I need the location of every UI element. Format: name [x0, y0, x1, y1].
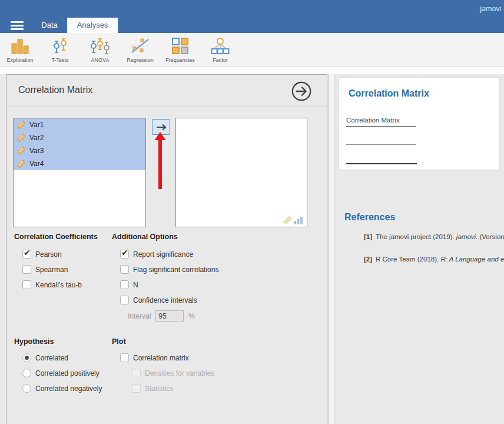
checkbox-pearson[interactable]: ✔ Pearson: [22, 250, 62, 259]
ruler-hint-icon: [283, 216, 292, 224]
option-label: Confidence intervals: [133, 296, 197, 304]
checkbox-statistics: ✔ Statistics: [132, 384, 173, 393]
checkbox-densities-for-variables: ✔ Densities for variables: [132, 369, 214, 377]
target-variables-list[interactable]: [175, 118, 307, 227]
continuous-variable-ruler-icon: [16, 146, 26, 155]
checkbox-box: ✔: [22, 250, 31, 259]
analyses-ribbon: Exploration T-Tests: [0, 33, 504, 67]
red-annotation-arrow: [154, 132, 166, 190]
option-label: Statistics: [145, 385, 173, 393]
table-rule-top: [346, 126, 416, 127]
t-test-icon: [50, 36, 70, 55]
ribbon-item-anova[interactable]: ANOVA: [80, 33, 120, 66]
reference-text: R Core Team (2018).: [376, 256, 440, 263]
variable-label: Var2: [29, 134, 44, 142]
table-rule-bottom: [346, 163, 417, 164]
checkbox-n[interactable]: ✔ N: [120, 280, 138, 289]
option-label: Correlated: [35, 354, 68, 362]
interval-label: Interval: [128, 312, 151, 320]
ribbon-item-frequencies[interactable]: Frequencies: [160, 33, 200, 66]
list-item[interactable]: Var4: [14, 157, 145, 170]
checkbox-box: ✔: [120, 265, 129, 274]
list-item[interactable]: Var1: [14, 118, 145, 131]
option-label: Flag significant correlations: [133, 266, 218, 274]
checkbox-box: ✔: [120, 250, 129, 259]
option-label: Pearson: [35, 250, 62, 259]
radio-correlated-positively[interactable]: Correlated positively: [22, 369, 100, 377]
ribbon-item-exploration[interactable]: Exploration: [0, 33, 40, 66]
checkbox-box: ✔: [132, 384, 141, 393]
checkbox-correlation-matrix-plot[interactable]: ✔ Correlation matrix: [120, 353, 189, 362]
mini-bars-hint-icon: [294, 216, 303, 224]
option-label: Correlated negatively: [35, 385, 102, 393]
list-item[interactable]: Var2: [14, 131, 145, 144]
ribbon-gap: [0, 67, 504, 74]
ribbon-item-t-tests[interactable]: T-Tests: [40, 33, 80, 66]
ribbon-label: Frequencies: [165, 57, 195, 63]
checkbox-flag-significant-correlations[interactable]: ✔ Flag significant correlations: [120, 265, 218, 274]
checkbox-confidence-intervals[interactable]: ✔ Confidence intervals: [120, 296, 197, 304]
bar-chart-icon: [10, 36, 30, 55]
tab-analyses[interactable]: Analyses: [67, 18, 118, 33]
reference-text-italic: R: A Language and envi: [440, 256, 504, 263]
reference-item: [2]R Core Team (2018). R: A Language and…: [364, 256, 504, 263]
checkbox-kendalls-tau-b[interactable]: ✔ Kendall's tau-b: [22, 280, 82, 289]
results-heading: Correlation Matrix: [349, 88, 429, 99]
jamovi-window: jamovi - Data Analyses Exploration: [0, 0, 504, 424]
reference-text: (Version 1: [478, 233, 504, 240]
radio-correlated[interactable]: Correlated: [22, 353, 68, 362]
continuous-variable-ruler-icon: [16, 120, 26, 130]
radio-circle: [22, 353, 31, 362]
right-arrow-icon: [155, 122, 168, 132]
radio-circle: [22, 369, 31, 377]
ribbon-item-factor[interactable]: Factor: [200, 33, 240, 66]
section-heading-hypothesis: Hypothesis: [14, 337, 54, 346]
window-title: jamovi -: [480, 5, 504, 13]
variable-label: Var1: [29, 121, 44, 129]
tab-bar: Data Analyses: [0, 18, 504, 33]
analysis-options-panel: Correlation Matrix: [6, 74, 327, 424]
source-variables-list[interactable]: Var1 Var2: [13, 118, 146, 227]
option-label: Kendall's tau-b: [35, 281, 82, 289]
reference-number: [1]: [364, 233, 372, 240]
checkbox-spearman[interactable]: ✔ Spearman: [22, 265, 68, 274]
factor-icon: [210, 36, 230, 55]
option-label: Correlated positively: [35, 369, 100, 377]
checkbox-box: ✔: [120, 296, 129, 304]
radio-circle: [22, 384, 31, 393]
option-label: Spearman: [35, 266, 68, 274]
collapse-arrow-button[interactable]: [290, 80, 313, 102]
ribbon-label: Factor: [213, 57, 228, 63]
checkbox-box: ✔: [120, 353, 129, 362]
reference-text-italic: jamovi.: [456, 233, 478, 240]
results-card: Correlation Matrix Correlation Matrix: [339, 78, 499, 170]
option-label: Report significance: [133, 250, 193, 259]
anova-icon: [89, 36, 111, 55]
option-label: Densities for variables: [145, 369, 214, 377]
analysis-header: Correlation Matrix: [6, 75, 327, 107]
ribbon-item-regression[interactable]: Regression: [120, 33, 160, 66]
checkbox-box: ✔: [22, 280, 31, 289]
option-label: Correlation matrix: [133, 354, 189, 362]
section-heading-correlation-coefficients: Correlation Coefficients: [14, 233, 98, 241]
list-item[interactable]: Var3: [14, 144, 145, 157]
hamburger-menu-icon[interactable]: [11, 21, 24, 30]
move-variables-button[interactable]: [152, 119, 170, 135]
tab-data[interactable]: Data: [31, 18, 68, 33]
reference-text: The jamovi project (2019).: [376, 233, 456, 240]
interval-input[interactable]: [155, 310, 184, 322]
variable-label: Var4: [29, 160, 44, 168]
continuous-variable-ruler-icon: [16, 133, 26, 143]
accepts-continuous-hint: [283, 216, 303, 224]
continuous-variable-ruler-icon: [16, 159, 26, 168]
panel-splitter[interactable]: [328, 74, 334, 424]
checkbox-report-significance[interactable]: ✔ Report significance: [120, 250, 193, 259]
section-heading-additional-options: Additional Options: [112, 233, 178, 241]
radio-correlated-negatively[interactable]: Correlated negatively: [22, 384, 102, 393]
interval-suffix: %: [188, 312, 195, 320]
reference-number: [2]: [364, 256, 372, 263]
table-rule-middle: [346, 144, 416, 145]
results-panel: Correlation Matrix Correlation Matrix Re…: [334, 74, 504, 424]
title-bar: jamovi -: [0, 0, 504, 18]
checkbox-box: ✔: [22, 265, 31, 274]
